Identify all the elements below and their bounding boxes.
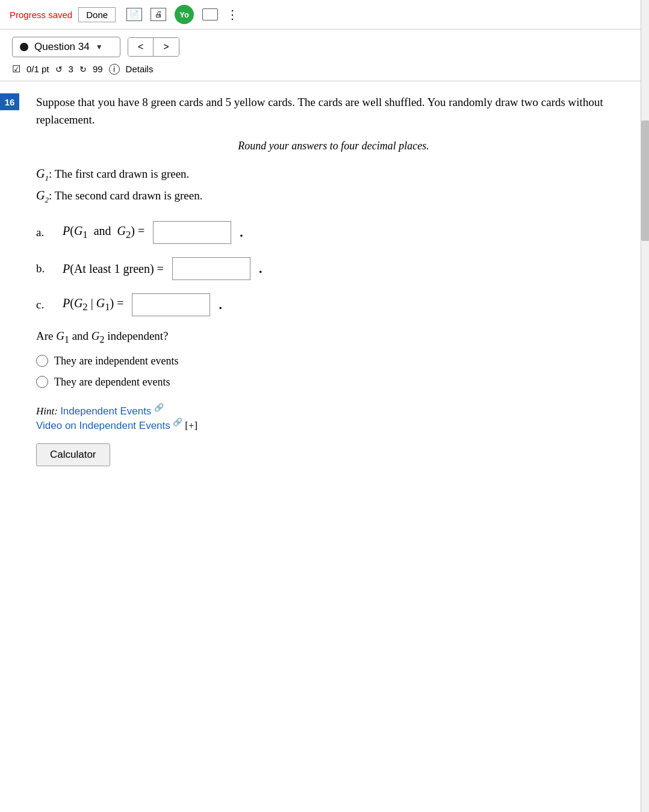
radio-dependent-circle[interactable] xyxy=(36,376,48,388)
g1-symbol: G1 xyxy=(36,167,49,180)
score-checkbox-icon: ☑ xyxy=(12,63,20,75)
round-note: Round your answers to four decimal place… xyxy=(36,140,631,152)
part-a-row: a. P(G1 and G2) = . xyxy=(36,221,631,244)
avatar: Yo xyxy=(175,5,194,24)
progress-saved-text: Progress saved xyxy=(10,10,72,20)
radio-independent-circle[interactable] xyxy=(36,355,48,367)
part-c-expr: P(G2 | G1) = xyxy=(63,296,123,313)
question-dot xyxy=(20,43,28,51)
part-b-label: b. xyxy=(36,262,54,275)
independence-section: Are G1 and G2 independent? They are inde… xyxy=(36,329,631,389)
hint-section: Hint: Independent Events 🔗 Video on Inde… xyxy=(36,403,631,431)
problem-text: Suppose that you have 8 green cards and … xyxy=(36,93,631,129)
score-row: ☑ 0/1 pt ↺ 3 ↻ 99 i Details xyxy=(0,61,649,81)
plus-bracket: [+] xyxy=(185,419,197,431)
hint-link-1[interactable]: Independent Events xyxy=(60,405,151,417)
nav-arrows: < > xyxy=(128,37,179,57)
part-b-input[interactable] xyxy=(172,257,250,280)
def-g2-text: : The second card drawn is green. xyxy=(49,189,203,202)
print-icon[interactable]: 🖨 xyxy=(151,8,166,21)
radio-independent-option[interactable]: They are independent events xyxy=(36,355,631,367)
top-icons: 📄 🖨 Yo ⋮ xyxy=(126,5,239,24)
scrollbar[interactable] xyxy=(641,0,649,484)
radio-dependent-label: They are dependent events xyxy=(54,376,170,389)
part-a-input[interactable] xyxy=(153,221,231,244)
redo-count: 99 xyxy=(93,64,103,74)
undo-icon[interactable]: ↺ xyxy=(55,64,63,74)
details-text: Details xyxy=(126,64,154,74)
hint-label: Hint: xyxy=(36,405,58,417)
part-c-label: c. xyxy=(36,298,54,311)
score-text: 0/1 pt xyxy=(26,64,49,74)
chevron-down-icon: ▼ xyxy=(96,43,103,51)
part-a-expr: P(G1 and G2) = xyxy=(63,224,144,241)
radio-dependent-option[interactable]: They are dependent events xyxy=(36,376,631,389)
document-icon[interactable]: 📄 xyxy=(126,8,142,21)
external-link-icon-2: 🔗 xyxy=(173,417,182,426)
question-selector[interactable]: Question 34 ▼ xyxy=(12,37,120,57)
part-c-row: c. P(G2 | G1) = . xyxy=(36,293,631,316)
part-c-input[interactable] xyxy=(132,293,210,316)
radio-independent-label: They are independent events xyxy=(54,355,178,367)
undo-count: 3 xyxy=(69,64,73,74)
main-content: 16 Suppose that you have 8 green cards a… xyxy=(0,81,649,484)
calculator-button[interactable]: Calculator xyxy=(36,443,110,466)
part-b-row: b. P(At least 1 green) = . xyxy=(36,257,631,280)
monitor-icon xyxy=(202,8,218,20)
independence-question: Are G1 and G2 independent? xyxy=(36,329,631,345)
part-a-label: a. xyxy=(36,226,54,239)
external-link-icon-1: 🔗 xyxy=(154,403,164,412)
next-question-button[interactable]: > xyxy=(154,38,178,56)
done-button[interactable]: Done xyxy=(78,7,116,22)
question-label: Question 34 xyxy=(34,41,90,53)
part-a-period: . xyxy=(240,225,243,240)
definitions: G1: The first card drawn is green. G2: T… xyxy=(36,163,631,207)
part-c-period: . xyxy=(219,297,222,313)
def-g1-text: : The first card drawn is green. xyxy=(49,167,189,180)
g2-symbol: G2 xyxy=(36,189,49,202)
hint-link-2[interactable]: Video on Independent Events xyxy=(36,419,170,431)
part-b-expr: P(At least 1 green) = xyxy=(63,262,164,276)
def-g2-line: G2: The second card drawn is green. xyxy=(36,185,631,207)
part-b-period: . xyxy=(259,261,262,276)
scrollbar-thumb[interactable] xyxy=(641,120,649,241)
more-options-icon[interactable]: ⋮ xyxy=(226,7,239,22)
redo-icon[interactable]: ↻ xyxy=(79,64,87,74)
question-nav: Question 34 ▼ < > xyxy=(0,30,649,61)
question-number-badge: 16 xyxy=(0,93,19,110)
prev-question-button[interactable]: < xyxy=(128,38,154,56)
top-bar: Progress saved Done 📄 🖨 Yo ⋮ xyxy=(0,0,649,30)
def-g1-line: G1: The first card drawn is green. xyxy=(36,163,631,185)
info-icon[interactable]: i xyxy=(109,64,120,75)
